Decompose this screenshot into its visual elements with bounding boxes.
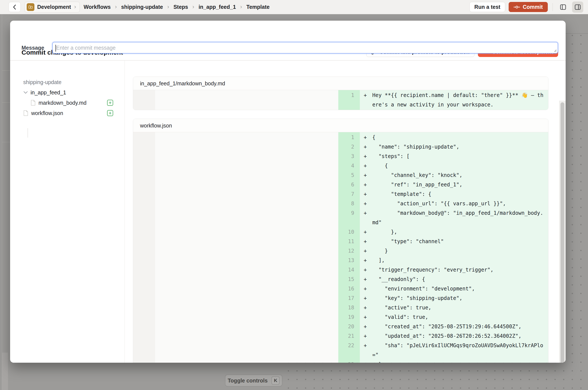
diff-line-text: }, [372,227,545,237]
diff-card-markdown-body: in_app_feed_1/markdown_body.md 1+Hey **{… [133,77,548,110]
toggle-controls-button[interactable]: Toggle controls K [225,375,282,387]
diff-line-text: "name": "shipping-update", [372,142,545,151]
diff-line: 19+ "valid": true, [133,312,548,322]
diff-add-sign: + [364,341,372,350]
tree-item-step-folder[interactable]: in_app_feed_1 [10,87,124,98]
toggle-controls-label: Toggle controls [228,378,268,384]
line-number: 18 [338,303,360,312]
diff-line: 10+ }, [133,227,548,237]
modal-header: Commit changes to development Commit and… [10,21,566,60]
diff-line: 6+ "ref": "in_app_feed_1", [133,180,548,190]
diff-add-sign: + [364,142,372,151]
diff-old-side-empty [133,293,338,303]
diff-add-sign: + [364,190,372,199]
tree-indent-guide [28,128,28,138]
diff-old-side-empty [133,91,338,109]
panel-right-icon [574,3,581,11]
diff-line: 12+ } [133,246,548,256]
message-label: Message [21,42,44,53]
diff-line-text: "key": "shipping-update", [372,293,545,303]
textarea-resize-handle[interactable] [553,48,557,52]
tree-folder-label: in_app_feed_1 [31,90,66,96]
diff-add-sign: + [364,293,372,303]
diff-line-text: Hey **{{ recipient.name | default: "ther… [372,91,545,109]
diff-old-side-empty [133,151,338,161]
breadcrumb-separator: › [115,3,117,10]
run-a-test-button[interactable]: Run a test [470,2,505,12]
diff-add-sign: + [364,275,372,284]
diff-line-text: "template": { [372,190,545,199]
diff-add-sign: + [364,180,372,190]
diff-card-workflow-json: workflow.json 1+{2+ "name": "shipping-up… [133,119,548,363]
breadcrumb-separator: › [167,3,170,10]
tree-item-markdown-body[interactable]: markdown_body.md + [10,98,124,108]
diff-line: 22+ "sha": "pJeLVir6xIlUCMGqs9qroZoUAVDS… [133,341,548,360]
diff-filename: workflow.json [133,119,548,132]
modal-scrollbar-thumb[interactable] [560,102,564,363]
breadcrumb-steps[interactable]: Steps [173,4,188,10]
commit-message-input[interactable]: Enter a commit message [52,42,558,53]
commit-button[interactable]: Commit [509,2,548,12]
diff-old-side-empty [133,312,338,322]
diff-line: 17+ "key": "shipping-update", [133,293,548,303]
canvas-panel-line [2,142,10,142]
breadcrumb-separator: › [240,3,243,10]
diff-old-side-empty [133,256,338,265]
diff-add-sign: + [364,360,372,363]
tree-item-workflow-root[interactable]: shipping-update [10,77,124,87]
diff-line-text: "active": true, [372,303,545,312]
line-number: 8 [338,199,360,208]
diff-old-side-empty [133,246,338,256]
diff-line: 15+ "__readonly": { [133,275,548,284]
back-button[interactable] [9,2,21,12]
chevron-right-icon: › [74,3,77,10]
diff-add-sign: + [364,303,372,312]
diff-old-side-empty [133,360,338,363]
diff-line-text: "type": "channel" [372,237,545,246]
line-number: 13 [338,256,360,265]
breadcrumb-workflows[interactable]: Workflows [84,4,111,10]
tree-file-label: workflow.json [31,110,63,116]
diff-old-side-empty [133,265,338,275]
toggle-right-panel-button[interactable] [572,1,583,13]
diff-line: 21+ "updated_at": "2025-08-26T20:26:52.3… [133,331,548,341]
diff-old-side-empty [133,142,338,151]
diff-old-side-empty [133,133,338,142]
diff-line: 2+ "name": "shipping-update", [133,142,548,151]
diff-add-sign: + [364,256,372,265]
line-number: 23 [338,360,360,363]
line-number: 6 [338,180,360,190]
diff-add-sign: + [364,322,372,331]
diff-add-sign: + [364,284,372,293]
modal-scrollbar-track[interactable] [559,101,566,363]
diff-add-sign: + [364,208,372,218]
diff-old-side-empty [133,237,338,246]
diff-old-side-empty [133,284,338,293]
diff-line: 16+ "environment": "development", [133,284,548,293]
diff-line: 1+Hey **{{ recipient.name | default: "th… [133,91,548,109]
line-number: 20 [338,322,360,331]
line-number: 3 [338,151,360,161]
diff-line: 4+ { [133,161,548,170]
commit-icon [514,4,520,10]
tree-item-workflow-json[interactable]: workflow.json + [10,108,124,118]
diff-line-text: "created_at": "2025-08-25T19:29:46.64450… [372,322,545,331]
breadcrumb-workflow-key[interactable]: shipping-update [121,4,163,10]
diff-add-sign: + [364,246,372,256]
diff-add-sign: + [364,227,372,237]
diff-line: 14+ "trigger_frequency": "every_trigger"… [133,265,548,275]
breadcrumb-step-ref[interactable]: in_app_feed_1 [199,4,236,10]
diff-line-text: "valid": true, [372,312,545,322]
diff-line: 18+ "active": true, [133,303,548,312]
toolbar-divider [552,3,553,11]
diff-old-side-empty [133,170,338,180]
diff-line-text: "trigger_frequency": "every_trigger", [372,265,545,275]
line-number: 4 [338,161,360,170]
diff-add-sign: + [364,151,372,161]
line-number: 1 [338,91,360,109]
environment-selector[interactable]: Development › [25,2,80,12]
toggle-left-panel-button[interactable] [557,1,569,13]
file-added-badge: + [107,100,113,106]
breadcrumb-template[interactable]: Template [246,4,270,10]
line-number: 19 [338,312,360,322]
